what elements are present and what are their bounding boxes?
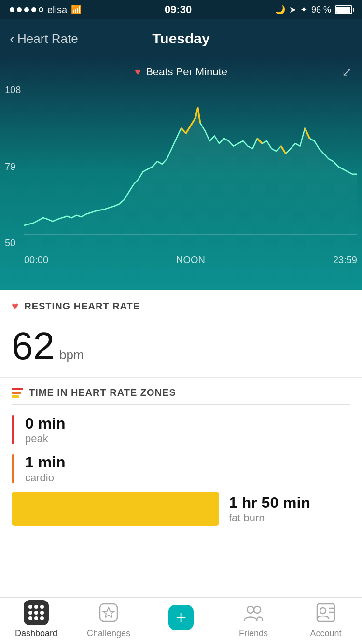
zone-peak-row: 0 min peak [12, 414, 350, 445]
battery-percent: 96 % [311, 5, 331, 15]
page-title: Tuesday [152, 30, 210, 47]
location-icon: ➤ [289, 4, 296, 15]
resting-hr-heart-icon: ♥ [12, 299, 18, 313]
zone-fatburn-time: 1 hr 50 min [229, 493, 310, 512]
svg-marker-1 [103, 607, 114, 617]
zone-cardio-bar [12, 454, 14, 483]
zones-icon-bar-orange [12, 392, 21, 394]
dash-dot-7 [28, 616, 32, 620]
heart-rate-chart: ♥ Beats Per Minute ⤢ 108 79 50 [0, 58, 362, 290]
nav-item-challenges[interactable]: Challenges [72, 598, 145, 644]
nav-item-account[interactable]: Account [290, 598, 362, 644]
nav-item-dashboard[interactable]: Dashboard [0, 598, 72, 644]
nav-label-dashboard: Dashboard [15, 629, 57, 639]
status-left: elisa 📶 [10, 4, 82, 15]
moon-icon: 🌙 [275, 4, 285, 15]
dash-dot-2 [34, 605, 38, 609]
resting-hr-number: 62 [12, 327, 55, 365]
back-chevron-icon: ‹ [10, 31, 14, 46]
dash-dot-1 [28, 605, 32, 609]
zone-fatburn-row: 1 hr 50 min fat burn [12, 492, 350, 526]
y-axis-labels: 108 79 50 [5, 82, 21, 251]
zones-icon-bar-yellow [12, 395, 19, 398]
y-label-50: 50 [5, 238, 21, 249]
account-icon [316, 602, 336, 623]
chart-legend: ♥ Beats Per Minute [0, 58, 362, 82]
zone-peak-time: 0 min [25, 414, 66, 433]
nav-label-challenges: Challenges [87, 629, 130, 639]
dash-dot-8 [34, 616, 38, 620]
zones-icon [12, 388, 23, 398]
nav-item-friends[interactable]: Friends [217, 598, 290, 644]
status-time: 09:30 [165, 3, 192, 16]
zone-cardio-time: 1 min [25, 453, 66, 471]
header: ‹ Heart Rate Tuesday [0, 19, 362, 58]
challenges-icon [98, 602, 119, 623]
zones-header: TIME IN HEART RATE ZONES [12, 387, 350, 405]
account-icon-wrap [313, 600, 339, 626]
dash-dot-6 [40, 611, 44, 615]
dot3 [24, 7, 29, 12]
resting-hr-value-row: 62 bpm [12, 327, 350, 365]
resting-hr-header: ♥ RESTING HEART RATE [12, 299, 350, 319]
zone-peak-bar [12, 415, 14, 444]
zone-peak-bar-container [12, 415, 15, 444]
dash-dot-9 [40, 616, 44, 620]
nav-label-friends: Friends [239, 629, 268, 639]
heart-rate-zones-section: TIME IN HEART RATE ZONES 0 min peak 1 mi… [0, 378, 362, 549]
y-label-79: 79 [5, 161, 21, 172]
zone-fatburn-bar [12, 492, 219, 526]
dot4 [31, 7, 36, 12]
zone-fatburn-info: 1 hr 50 min fat burn [229, 493, 310, 524]
svg-rect-0 [100, 604, 117, 621]
zone-peak-info: 0 min peak [25, 414, 66, 445]
dash-dot-3 [40, 605, 44, 609]
add-icon: + [168, 605, 194, 630]
bluetooth-icon: ✦ [300, 4, 307, 15]
expand-button[interactable]: ⤢ [342, 65, 352, 80]
dot1 [10, 7, 14, 12]
zone-fatburn-label: fat burn [229, 512, 310, 524]
content-area: ♥ RESTING HEART RATE 62 bpm TIME IN HEAR… [0, 290, 362, 607]
friends-icon [243, 602, 264, 623]
challenges-icon-wrap [96, 600, 122, 626]
dashboard-icon-wrap [23, 600, 49, 626]
zone-cardio-row: 1 min cardio [12, 453, 350, 484]
wifi-icon: 📶 [71, 4, 82, 15]
add-icon-wrap: + [168, 604, 194, 630]
zone-peak-label: peak [25, 433, 66, 445]
nav-item-add[interactable]: + [145, 598, 217, 644]
dash-dot-5 [34, 611, 38, 615]
y-label-108: 108 [5, 84, 21, 96]
battery-icon [335, 5, 352, 14]
friends-icon-wrap [240, 600, 266, 626]
nav-label-account: Account [310, 629, 341, 639]
x-label-start: 00:00 [24, 254, 48, 266]
zone-cardio-label: cardio [25, 472, 66, 484]
zone-cardio-bar-container [12, 454, 15, 483]
resting-hr-title: RESTING HEART RATE [24, 301, 140, 312]
heart-rate-line-chart [24, 82, 357, 251]
x-label-noon: NOON [176, 254, 205, 266]
dot5 [39, 7, 43, 12]
zone-cardio-info: 1 min cardio [25, 453, 66, 484]
carrier-label: elisa [47, 4, 67, 15]
dot2 [17, 7, 22, 12]
signal-dots [10, 7, 43, 12]
back-button[interactable]: ‹ Heart Rate [10, 31, 78, 46]
dash-dot-4 [28, 611, 32, 615]
heart-legend-icon: ♥ [135, 66, 141, 78]
svg-point-5 [320, 608, 326, 614]
chart-legend-label: Beats Per Minute [146, 66, 227, 78]
resting-hr-unit: bpm [59, 348, 84, 363]
x-label-end: 23:59 [333, 254, 357, 266]
status-right: 🌙 ➤ ✦ 96 % [275, 4, 352, 15]
back-label: Heart Rate [17, 31, 78, 46]
svg-point-2 [247, 606, 254, 613]
battery-fill [336, 7, 350, 13]
resting-heart-rate-section: ♥ RESTING HEART RATE 62 bpm [0, 290, 362, 378]
svg-point-3 [254, 606, 261, 613]
zones-title: TIME IN HEART RATE ZONES [29, 387, 176, 398]
status-bar: elisa 📶 09:30 🌙 ➤ ✦ 96 % [0, 0, 362, 19]
dashboard-icon [24, 600, 49, 625]
